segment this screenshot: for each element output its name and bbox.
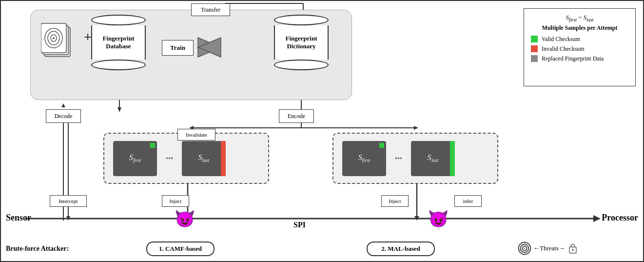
infer-box: infer <box>454 195 482 207</box>
encode-label: Encode <box>288 113 305 120</box>
fingerprint-icon-threats <box>518 242 531 255</box>
legend-title: Sfirst ~ Slast <box>531 14 628 22</box>
sample-s-last-right: Slast <box>411 141 455 176</box>
legend-item-replaced: Replaced Fingerprint Data <box>531 55 628 62</box>
encode-box: Encode <box>279 109 314 123</box>
s-first-label-right: Sfirst <box>358 153 370 163</box>
s-last-label-right: Slast <box>428 153 438 163</box>
devil-right: 😈 <box>428 209 449 228</box>
spi-label: SPI <box>293 221 306 229</box>
legend-label-replaced: Replaced Fingerprint Data <box>542 55 604 62</box>
right-sample-group: Sfirst ··· Slast <box>332 133 498 184</box>
svg-point-40 <box>524 248 525 249</box>
dots-left: ··· <box>166 153 173 164</box>
fp-database-label: Fingerprint Database <box>103 35 135 50</box>
svg-marker-18 <box>61 103 65 107</box>
bowtie-shape <box>196 36 223 61</box>
svg-point-34 <box>53 37 55 39</box>
train-box: Train <box>162 40 194 56</box>
sample-s-first-right: Sfirst <box>342 141 386 176</box>
diagram-container: + Fingerprint Database Train Fingerprint… <box>0 0 644 262</box>
inject-box-left: Inject <box>162 195 189 207</box>
inject-box-right: Inject <box>381 195 409 207</box>
decode-box: Decode <box>46 109 81 123</box>
camf-label: 1. CAMF-based <box>159 245 202 253</box>
transfer-box: Transfer <box>191 3 230 16</box>
fp-database-cylinder: Fingerprint Database <box>91 15 146 70</box>
green-indicator-left <box>150 143 155 148</box>
brute-force-label: Brute-force Attacker: <box>6 245 69 253</box>
green-indicator-right-last <box>450 141 455 176</box>
legend-color-invalid <box>531 45 538 52</box>
legend-label-invalid: Invalid Checksum <box>542 45 585 53</box>
intercept-box: Intercept <box>50 195 87 207</box>
legend-label-valid: Valid Checksum <box>542 36 580 43</box>
legend-color-valid <box>531 36 538 42</box>
legend-color-replaced <box>531 55 538 62</box>
legend-box: Sfirst ~ Slast Multiple Samples per Atte… <box>524 8 636 86</box>
s-first-label-left: Sfirst <box>129 153 141 163</box>
fingerprint-icon-stack <box>41 20 78 60</box>
invalidate-box: Invalidate <box>177 129 215 141</box>
invalidate-label: Invalidate <box>186 132 207 138</box>
lock-icon <box>567 242 579 255</box>
svg-marker-22 <box>414 216 419 221</box>
fp-dictionary-cylinder: Fingerprint Dictionary <box>274 15 329 70</box>
plus-sign: + <box>84 29 92 45</box>
mal-box: 2. MAL-based <box>367 242 435 256</box>
legend-item-valid: Valid Checksum <box>531 36 628 43</box>
green-indicator-right <box>379 143 384 148</box>
decode-label: Decode <box>55 113 73 120</box>
sample-s-first-left: Sfirst <box>113 141 157 176</box>
devil-left: 😈 <box>175 209 195 228</box>
inject-right-label: Inject <box>389 198 401 204</box>
mal-label: 2. MAL-based <box>381 245 420 253</box>
threats-label: ←Threats→ <box>533 244 565 252</box>
legend-subtitle: Multiple Samples per Attempt <box>531 24 628 32</box>
sensor-label: Sensor <box>6 213 31 223</box>
inject-left-label: Inject <box>169 198 181 204</box>
camf-box: 1. CAMF-based <box>146 242 215 256</box>
legend-item-invalid: Invalid Checksum <box>531 45 628 53</box>
svg-point-42 <box>572 249 574 251</box>
sample-s-last-left: Slast <box>182 141 226 176</box>
infer-label: infer <box>463 198 473 204</box>
fp-dictionary-label: Fingerprint Dictionary <box>286 35 317 50</box>
dots-right: ··· <box>395 153 402 164</box>
transfer-label: Transfer <box>201 6 220 14</box>
svg-marker-10 <box>117 107 121 112</box>
svg-marker-15 <box>414 126 418 130</box>
svg-marker-24 <box>66 216 70 221</box>
red-indicator-left <box>221 141 226 176</box>
s-last-label-left: Slast <box>198 153 209 163</box>
threats-area: ←Threats→ <box>518 242 579 255</box>
train-label: Train <box>170 44 185 52</box>
svg-marker-27 <box>593 215 601 222</box>
processor-label: Processor <box>602 213 638 223</box>
intercept-label: Intercept <box>59 198 78 204</box>
